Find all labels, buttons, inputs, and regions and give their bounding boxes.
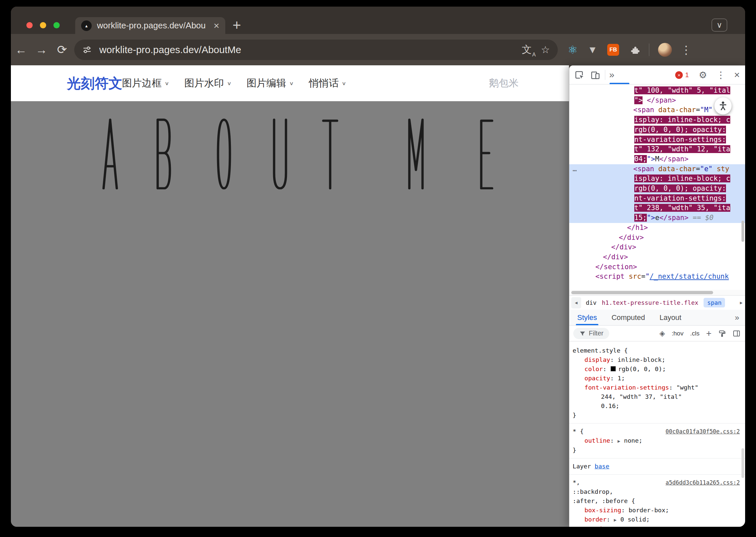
- code-line[interactable]: display: inline-block;: [569, 355, 745, 364]
- code-line[interactable]: isplay: inline-block; c: [569, 174, 745, 184]
- code-line[interactable]: <script src="/_next/static/chunk: [569, 272, 745, 282]
- code-line[interactable]: border: ▶ 0 solid;: [569, 515, 745, 524]
- nav-right-item[interactable]: 鹅包米: [489, 65, 519, 101]
- code-line[interactable]: font-variation-settings: "wght": [569, 383, 745, 392]
- forward-button[interactable]: →: [31, 43, 52, 57]
- code-line[interactable]: nt-variation-settings:: [569, 194, 745, 203]
- styles-scrollbar-thumb[interactable]: [741, 448, 744, 478]
- profile-avatar[interactable]: [658, 43, 672, 57]
- breadcrumb: ◀ divh1.text-pressure-title.flexspan ▶: [569, 295, 745, 310]
- color-swatch[interactable]: [611, 366, 616, 371]
- scrollbar-thumb[interactable]: [571, 291, 713, 294]
- window-close-button[interactable]: [26, 22, 33, 28]
- code-line[interactable]: outline: ▶ none;: [569, 436, 745, 446]
- device-toolbar-icon[interactable]: [590, 70, 600, 80]
- paint-roller-icon[interactable]: [718, 330, 726, 337]
- browser-menu-icon[interactable]: ⋮: [680, 43, 692, 57]
- active-tab[interactable]: ▴ worklite-pro.pages.dev/Abou ×: [75, 17, 225, 34]
- breadcrumb-item-h1[interactable]: h1.text-pressure-title.flex: [602, 299, 698, 306]
- code-line[interactable]: element.style {: [569, 346, 745, 355]
- code-token: M: [655, 155, 659, 163]
- extensions-puzzle-icon[interactable]: [629, 45, 640, 55]
- code-line[interactable]: ::backdrop,: [569, 487, 745, 496]
- toggle-class-button[interactable]: .cls: [690, 330, 699, 337]
- crumb-scroll-left-icon[interactable]: ◀: [571, 297, 581, 309]
- devtools-menu-icon[interactable]: ⋮: [716, 69, 725, 80]
- breadcrumb-item-div[interactable]: div: [586, 299, 597, 306]
- window-minimize-button[interactable]: [40, 22, 46, 28]
- code-line[interactable]: }: [569, 411, 745, 420]
- code-line[interactable]: t" 238, "wdth" 35, "ita: [569, 203, 745, 213]
- translate-icon[interactable]: 文A: [522, 43, 532, 57]
- page-viewport: 光刻符文 图片边框∨图片水印∨图片编辑∨悄悄话∨ 鹅包米: [11, 65, 569, 527]
- nav-item-0[interactable]: 图片边框∨: [122, 76, 169, 90]
- code-line[interactable]: </div>: [569, 252, 745, 262]
- code-line[interactable]: 04;">M</span>: [569, 154, 745, 164]
- code-line[interactable]: nt-variation-settings:: [569, 135, 745, 145]
- error-badge-icon[interactable]: ×: [675, 71, 683, 79]
- accessibility-person-icon[interactable]: [714, 97, 732, 114]
- devtools-close-icon[interactable]: ×: [734, 69, 740, 80]
- react-devtools-extension-icon[interactable]: ⚛: [568, 43, 577, 57]
- site-logo[interactable]: 光刻符文: [67, 65, 122, 101]
- code-line[interactable]: 15;">e</span> == $0: [569, 213, 745, 223]
- element-states-icon[interactable]: ◈: [659, 329, 665, 338]
- more-panels-icon[interactable]: »: [609, 69, 615, 80]
- code-line[interactable]: </div>: [569, 242, 745, 252]
- nav-item-2[interactable]: 图片编辑∨: [247, 76, 294, 90]
- code-line[interactable]: Layer base: [569, 462, 745, 471]
- code-line[interactable]: }: [569, 446, 745, 455]
- code-line[interactable]: rgb(0, 0, 0); opacity:: [569, 184, 745, 194]
- code-line[interactable]: rgb(0, 0, 0); opacity:: [569, 125, 745, 135]
- horizontal-scrollbar[interactable]: [569, 290, 745, 295]
- code-line[interactable]: a5d6dd3c6b11a265.css:2*,: [569, 478, 745, 487]
- code-line[interactable]: opacity: 1;: [569, 374, 745, 383]
- code-line[interactable]: 00c0ac01fa30f50e.css:2* {: [569, 427, 745, 436]
- fb-extension-icon[interactable]: FB: [607, 44, 619, 56]
- vertical-scrollbar-thumb[interactable]: [741, 221, 744, 242]
- window-zoom-button[interactable]: [54, 22, 60, 28]
- code-line[interactable]: </section>: [569, 262, 745, 272]
- more-tabs-icon[interactable]: »: [735, 313, 739, 322]
- code-line[interactable]: 244, "wdth" 37, "ital": [569, 392, 745, 401]
- sidebar-panel-icon[interactable]: [733, 330, 740, 337]
- new-tab-button[interactable]: +: [232, 18, 241, 32]
- new-style-rule-button[interactable]: +: [706, 328, 711, 339]
- inspect-element-icon[interactable]: [575, 70, 584, 80]
- code-token: rgb(0, 0, 0);: [618, 365, 666, 372]
- code-line[interactable]: t" 132, "wdth" 12, "ita: [569, 145, 745, 154]
- reload-button[interactable]: ⟳: [52, 43, 72, 57]
- address-bar[interactable]: worklite-pro.pages.dev/AboutMe 文A ☆: [74, 40, 558, 60]
- nav-item-1[interactable]: 图片水印∨: [184, 76, 231, 90]
- code-line[interactable]: margin: ▶ 0;: [569, 524, 745, 527]
- code-line[interactable]: color: rgb(0, 0, 0);: [569, 364, 745, 374]
- crumb-scroll-right-icon[interactable]: ▶: [740, 300, 742, 305]
- nav-item-3[interactable]: 悄悄话∨: [309, 76, 346, 90]
- code-line[interactable]: 0.16;: [569, 401, 745, 411]
- tab-computed[interactable]: Computed: [612, 310, 645, 325]
- bookmark-star-icon[interactable]: ☆: [541, 44, 550, 56]
- code-line[interactable]: isplay: inline-block; c: [569, 115, 745, 125]
- settings-gear-icon[interactable]: ⚙: [698, 69, 707, 80]
- code-line[interactable]: :after, :before {: [569, 496, 745, 506]
- node-menu-dots-icon[interactable]: …: [573, 164, 577, 174]
- site-settings-icon[interactable]: [82, 45, 92, 55]
- stylesheet-link[interactable]: 00c0ac01fa30f50e.css:2: [666, 427, 740, 436]
- code-line[interactable]: t" 100, "wdth" 5, "ital: [569, 86, 745, 96]
- styles-filter-input[interactable]: Filter: [573, 328, 609, 339]
- tab-close-icon[interactable]: ×: [214, 20, 219, 31]
- code-line[interactable]: </h1>: [569, 223, 745, 233]
- code-line[interactable]: …<span data-char="e" sty: [569, 164, 745, 174]
- tab-layout[interactable]: Layout: [659, 310, 681, 325]
- breadcrumb-item-span[interactable]: span: [703, 298, 725, 308]
- code-line[interactable]: box-sizing: border-box;: [569, 506, 745, 515]
- code-token: == $0: [688, 214, 713, 222]
- back-button[interactable]: ←: [11, 43, 31, 57]
- code-line[interactable]: </div>: [569, 233, 745, 243]
- v-extension-icon[interactable]: ▼: [587, 44, 597, 56]
- code-token: outline: [584, 437, 610, 444]
- stylesheet-link[interactable]: a5d6dd3c6b11a265.css:2: [666, 478, 740, 487]
- tab-styles[interactable]: Styles: [577, 310, 597, 325]
- tab-search-button[interactable]: ∨: [711, 19, 727, 32]
- toggle-hover-button[interactable]: :hov: [672, 330, 683, 337]
